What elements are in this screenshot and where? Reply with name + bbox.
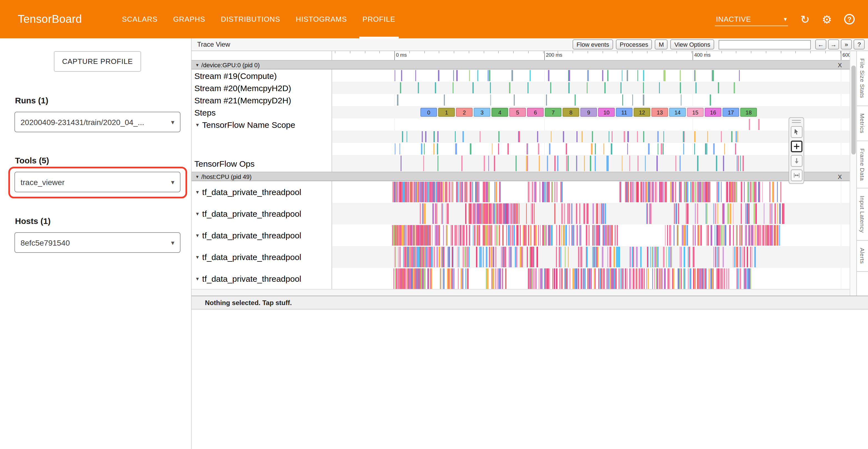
track-events[interactable] <box>332 155 850 172</box>
track-events[interactable] <box>332 224 850 246</box>
selection-tool-button[interactable] <box>790 126 802 138</box>
close-process-button[interactable]: X <box>838 173 842 180</box>
close-process-button[interactable]: X <box>838 61 842 68</box>
collapse-arrow-icon: ▾ <box>196 189 199 195</box>
step-box-2[interactable]: 2 <box>456 108 473 117</box>
ruler-label: 200 ms <box>546 52 562 58</box>
step-box-11[interactable]: 11 <box>616 108 632 117</box>
nav-scalars[interactable]: SCALARS <box>114 0 165 38</box>
step-box-10[interactable]: 10 <box>598 108 615 117</box>
runs-select[interactable]: 20200409-231431/train/2020_04_... ▾ <box>14 112 181 132</box>
palette-drag-handle[interactable] <box>792 120 801 123</box>
horizontal-scrollbar[interactable] <box>192 289 850 296</box>
m-button[interactable]: M <box>655 39 668 50</box>
process-header-host-cpu-pid-49[interactable]: ▾/host:CPU (pid 49)X <box>192 172 850 181</box>
side-tab-metrics[interactable]: Metrics <box>857 106 868 141</box>
track-label-tf-data-private-threadpool[interactable]: ▾tf_data_private_threadpool <box>192 224 332 246</box>
step-box-16[interactable]: 16 <box>705 108 721 117</box>
processes-button[interactable]: Processes <box>616 39 652 50</box>
step-box-13[interactable]: 13 <box>651 108 668 117</box>
toolbar-buttons: Flow eventsProcessesMView Options <box>572 39 714 50</box>
pan-tool-button[interactable] <box>790 141 802 152</box>
vertical-scrollbar[interactable] <box>850 51 856 296</box>
trace-toolbar: Trace View Flow eventsProcessesMView Opt… <box>192 38 868 51</box>
more-button[interactable]: » <box>841 39 852 50</box>
zoom-tool-button[interactable] <box>790 155 802 167</box>
capture-profile-button[interactable]: CAPTURE PROFILE <box>54 51 141 72</box>
track-row: TensorFlow Ops <box>192 155 850 172</box>
nav-profile[interactable]: PROFILE <box>355 0 403 38</box>
track-events[interactable] <box>332 246 850 268</box>
trace-search-input[interactable] <box>719 40 811 49</box>
step-box-5[interactable]: 5 <box>509 108 526 117</box>
scrollbar-thumb[interactable] <box>851 66 856 154</box>
tools-select[interactable]: trace_viewer ▾ <box>14 172 181 192</box>
side-tab-frame-data[interactable]: Frame Data <box>857 141 868 188</box>
track-events[interactable] <box>332 94 850 106</box>
track-events[interactable]: 0123456789101112131415161718 <box>332 106 850 118</box>
track-events[interactable] <box>332 130 850 143</box>
side-tab-strip: File Size StatsMetricsFrame DataInput La… <box>856 51 868 296</box>
track-events[interactable] <box>332 69 850 82</box>
help-icon[interactable]: ? <box>844 14 855 25</box>
track-events[interactable] <box>332 181 850 203</box>
track-label-blank <box>192 130 332 143</box>
down-arrow-icon <box>793 157 800 164</box>
side-tab-alerts[interactable]: Alerts <box>857 241 868 271</box>
horizontal-span-icon <box>793 172 800 179</box>
trace-viewer: Trace View Flow eventsProcessesMView Opt… <box>192 38 868 449</box>
chevron-down-icon: ▾ <box>171 118 175 126</box>
status-dropdown[interactable]: INACTIVE ▾ <box>715 12 788 26</box>
chevron-down-icon: ▾ <box>784 15 787 23</box>
step-box-1[interactable]: 1 <box>438 108 455 117</box>
step-box-15[interactable]: 15 <box>687 108 704 117</box>
track-label-tf-data-private-threadpool[interactable]: ▾tf_data_private_threadpool <box>192 181 332 203</box>
step-box-8[interactable]: 8 <box>563 108 579 117</box>
side-tab-input-latency[interactable]: Input Latency <box>857 188 868 241</box>
refresh-icon[interactable]: ↻ <box>801 13 810 25</box>
track-label-tf-data-private-threadpool[interactable]: ▾tf_data_private_threadpool <box>192 268 332 289</box>
step-box-0[interactable]: 0 <box>421 108 437 117</box>
tool-palette <box>788 117 804 184</box>
step-box-6[interactable]: 6 <box>527 108 544 117</box>
track-events[interactable] <box>332 82 850 94</box>
track-events[interactable] <box>332 268 850 289</box>
side-tab-file-size-stats[interactable]: File Size Stats <box>857 51 868 106</box>
hosts-select-value: 8efc5e791540 <box>21 238 70 247</box>
step-box-12[interactable]: 12 <box>633 108 650 117</box>
track-events[interactable] <box>332 143 850 155</box>
hosts-select[interactable]: 8efc5e791540 ▾ <box>14 232 181 253</box>
next-button[interactable]: → <box>828 39 839 50</box>
timing-tool-button[interactable] <box>790 170 802 181</box>
detail-panel: Nothing selected. Tap stuff. <box>192 296 868 449</box>
chevron-down-icon: ▾ <box>171 239 175 246</box>
gear-icon[interactable]: ⚙ <box>822 13 832 25</box>
step-box-18[interactable]: 18 <box>740 108 757 117</box>
track-label-tf-data-private-threadpool[interactable]: ▾tf_data_private_threadpool <box>192 203 332 224</box>
step-box-4[interactable]: 4 <box>492 108 508 117</box>
step-box-7[interactable]: 7 <box>545 108 561 117</box>
track-events[interactable] <box>332 203 850 224</box>
nav-histograms[interactable]: HISTOGRAMS <box>288 0 354 38</box>
flow-events-button[interactable]: Flow events <box>572 39 613 50</box>
track-label-tensorflow-name-scope[interactable]: ▾TensorFlow Name Scope <box>192 118 332 130</box>
help-button[interactable]: ? <box>854 39 865 50</box>
toolbar-nav-buttons: ←→»? <box>815 39 865 50</box>
track-events[interactable] <box>332 118 850 130</box>
tensorboard-app: TensorBoard SCALARSGRAPHSDISTRIBUTIONSHI… <box>0 0 868 449</box>
step-box-9[interactable]: 9 <box>580 108 597 117</box>
step-box-17[interactable]: 17 <box>722 108 739 117</box>
nav-distributions[interactable]: DISTRIBUTIONS <box>213 0 288 38</box>
prev-button[interactable]: ← <box>815 39 826 50</box>
plus-icon <box>793 143 800 150</box>
step-box-14[interactable]: 14 <box>669 108 686 117</box>
ruler-label: 0 ms <box>396 52 407 58</box>
hosts-label: Hosts (1) <box>15 216 51 226</box>
track-row: ▾TensorFlow Name Scope <box>192 118 850 130</box>
view-options-button[interactable]: View Options <box>671 39 714 50</box>
process-header-device-gpu-0-pid-0[interactable]: ▾/device:GPU:0 (pid 0)X <box>192 60 850 69</box>
top-nav: SCALARSGRAPHSDISTRIBUTIONSHISTOGRAMSPROF… <box>114 0 403 38</box>
step-box-3[interactable]: 3 <box>474 108 490 117</box>
nav-graphs[interactable]: GRAPHS <box>165 0 213 38</box>
track-label-tf-data-private-threadpool[interactable]: ▾tf_data_private_threadpool <box>192 246 332 268</box>
